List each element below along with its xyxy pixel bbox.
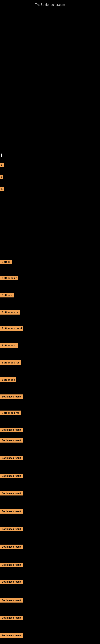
bottleneck-badge-16: Bottleneck result [0,509,23,514]
bottleneck-badge-11: Bottleneck result [0,428,23,432]
bottleneck-badge-14: Bottleneck result [0,474,23,478]
bottleneck-badge-5: Bottleneck resul [0,326,23,331]
bottleneck-badge-10: Bottleneck res [0,410,21,415]
bottleneck-badge-18: Bottleneck result [0,544,23,549]
bottleneck-badge-3: Bottlene [0,293,14,298]
e-label: E [0,175,3,179]
bottleneck-badge-6: Bottleneck r [0,343,18,348]
bottleneck-badge-9: Bottleneck result [0,394,23,399]
section-label: [ [1,153,2,157]
b2-label: B [0,187,3,191]
bottleneck-badge-7: Bottleneck res [0,360,21,365]
bottleneck-badge-15: Bottleneck result [0,491,23,496]
bottleneck-badge-13: Bottleneck result [0,456,23,460]
bottleneck-badge-21: Bottleneck result [0,598,23,602]
bottleneck-badge-19: Bottleneck result [0,563,23,567]
bottleneck-badge-12: Bottleneck result [0,438,23,442]
bottleneck-badge-1: Bottlen [0,260,12,264]
bottleneck-badge-2: Bottleneck r [0,276,18,280]
b-label: B [0,163,3,167]
bottleneck-badge-23: Bottleneck result [0,633,23,638]
bottleneck-badge-17: Bottleneck result [0,527,23,531]
bottleneck-badge-20: Bottleneck result [0,580,23,584]
bottleneck-badge-4: Bottleneck re [0,310,20,314]
site-title: TheBottlenecker.com [0,1,100,9]
bottleneck-badge-8: Bottleneck [0,377,16,382]
bottleneck-badge-22: Bottleneck result [0,616,23,620]
